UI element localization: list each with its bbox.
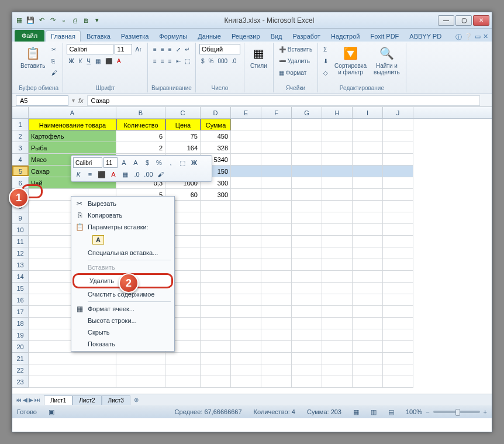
currency-icon[interactable]: $ <box>199 56 206 66</box>
tab-home[interactable]: Главная <box>46 30 81 42</box>
col-header-H[interactable]: H <box>322 107 353 118</box>
save-icon[interactable]: 💾 <box>26 16 35 25</box>
fx-icon[interactable]: fx <box>75 97 87 104</box>
tab-layout[interactable]: Разметка <box>116 31 154 42</box>
mini-currency-icon[interactable]: $ <box>142 157 153 168</box>
cells-insert-button[interactable]: ➕ Вставить <box>277 44 314 54</box>
col-header-C[interactable]: C <box>165 107 201 118</box>
autosum-icon[interactable]: Σ <box>322 44 330 54</box>
tab-insert[interactable]: Вставка <box>82 31 115 42</box>
orient-icon[interactable]: ⤢ <box>174 44 182 54</box>
row-header-1[interactable]: 1 <box>12 119 29 130</box>
font-name-select[interactable] <box>67 44 113 54</box>
qat-more-icon[interactable]: ▾ <box>92 16 102 25</box>
row-header-4[interactable]: 4 <box>12 154 29 166</box>
italic-button[interactable]: К <box>77 56 84 66</box>
zoom-in-icon[interactable]: + <box>484 408 487 415</box>
align-mid-icon[interactable]: ≡ <box>159 44 166 54</box>
align-center-icon[interactable]: ≡ <box>159 56 166 66</box>
mini-font-select[interactable] <box>73 157 102 168</box>
row-header-2[interactable]: 2 <box>12 130 29 142</box>
row-header-3[interactable]: 3 <box>12 142 29 154</box>
sheet-prev-icon[interactable]: ◀ <box>23 397 27 403</box>
minimize-button[interactable]: — <box>438 15 454 26</box>
row-header-23[interactable]: 23 <box>12 376 29 388</box>
mini-size-select[interactable] <box>103 157 118 168</box>
col-header-F[interactable]: F <box>261 107 292 118</box>
view-break-icon[interactable]: ▤ <box>388 408 394 416</box>
row-header-20[interactable]: 20 <box>12 341 29 353</box>
row-header-22[interactable]: 22 <box>12 364 29 376</box>
col-header-A[interactable]: A <box>29 107 116 118</box>
sheet-tab-2[interactable]: Лист2 <box>73 395 101 405</box>
row-header-11[interactable]: 11 <box>12 236 29 247</box>
ctx-pasteopt-values[interactable]: A <box>73 233 173 247</box>
align-right-icon[interactable]: ≡ <box>167 56 174 66</box>
font-size-select[interactable] <box>115 44 132 54</box>
tab-view[interactable]: Вид <box>266 31 287 42</box>
row-header-19[interactable]: 19 <box>12 329 29 341</box>
mini-border-icon[interactable]: ▦ <box>120 169 130 180</box>
mini-grow-icon[interactable]: A <box>119 157 129 168</box>
fill-down-icon[interactable]: ⬇ <box>322 56 330 66</box>
grow-font-icon[interactable]: A↑ <box>133 44 144 54</box>
ctx-insert[interactable]: Вставить <box>73 261 173 273</box>
ctx-cut[interactable]: ✂Вырезать <box>73 198 173 209</box>
tab-foxit[interactable]: Foxit PDF <box>365 31 403 42</box>
ctx-format[interactable]: ▦Формат ячеек... <box>73 303 173 315</box>
inc-dec-icon[interactable]: .0 <box>230 56 238 66</box>
macro-rec-icon[interactable]: ▣ <box>49 408 54 416</box>
mini-percent-icon[interactable]: % <box>154 157 164 168</box>
mini-painter-icon[interactable]: 🖌 <box>155 169 165 180</box>
paste-button[interactable]: 📋 Вставить <box>18 44 47 70</box>
ctx-pastespecial[interactable]: Специальная вставка... <box>73 247 173 259</box>
doc-close-icon[interactable]: ✕ <box>483 33 488 42</box>
tab-addins[interactable]: Надстрой <box>326 31 364 42</box>
find-select-button[interactable]: 🔍 Найти и выделить <box>371 44 402 77</box>
bold-button[interactable]: Ж <box>67 56 75 66</box>
percent-icon[interactable]: % <box>206 56 215 66</box>
col-header-E[interactable]: E <box>231 107 261 118</box>
align-bot-icon[interactable]: ≡ <box>167 44 174 54</box>
sheet-last-icon[interactable]: ⏭ <box>34 397 40 403</box>
row-header-21[interactable]: 21 <box>12 353 29 364</box>
col-header-D[interactable]: D <box>201 107 231 118</box>
mini-merge-icon[interactable]: ⬚ <box>177 157 188 168</box>
tab-developer[interactable]: Разработ <box>288 31 325 42</box>
row-header-17[interactable]: 17 <box>12 306 29 318</box>
row-header-5[interactable]: 5 <box>12 166 29 176</box>
zoom-slider[interactable] <box>433 411 480 413</box>
undo-icon[interactable]: ↶ <box>37 16 46 25</box>
row-header-14[interactable]: 14 <box>12 271 29 283</box>
row-header-6[interactable]: 6 <box>12 177 29 189</box>
fontcolor-button[interactable]: A <box>115 56 123 66</box>
tab-data[interactable]: Данные <box>193 31 226 42</box>
mini-fontcolor-icon[interactable]: A <box>108 169 119 180</box>
view-layout-icon[interactable]: ▥ <box>371 408 377 416</box>
sheet-tab-1[interactable]: Лист1 <box>44 395 73 405</box>
sheet-first-icon[interactable]: ⏮ <box>16 397 22 403</box>
view-normal-icon[interactable]: ▦ <box>353 408 359 416</box>
mini-italic-icon[interactable]: К <box>73 169 84 180</box>
cells-delete-button[interactable]: ➖ Удалить <box>277 56 314 66</box>
col-header-G[interactable]: G <box>292 107 322 118</box>
zoom-control[interactable]: 100% − + <box>406 408 487 415</box>
border-button[interactable]: ▦ <box>94 56 102 66</box>
fill-button[interactable]: ⬛ <box>103 56 114 66</box>
cells-format-button[interactable]: ▦ Формат <box>277 67 314 78</box>
col-header-I[interactable]: I <box>353 107 383 118</box>
cell[interactable]: Количество <box>116 119 165 130</box>
wrap-icon[interactable]: ↵ <box>183 44 191 54</box>
mini-decinc-icon[interactable]: .0 <box>132 169 142 180</box>
mini-fill-icon[interactable]: ⬛ <box>96 169 107 180</box>
clear-icon[interactable]: ◇ <box>322 67 330 78</box>
new-icon[interactable]: ▫ <box>59 16 68 25</box>
row-header-16[interactable]: 16 <box>12 294 29 306</box>
cell[interactable]: Наименование товара <box>29 119 116 130</box>
align-left-icon[interactable]: ≡ <box>151 56 158 66</box>
row-header-12[interactable]: 12 <box>12 247 29 259</box>
row-header-10[interactable]: 10 <box>12 224 29 236</box>
zoom-out-icon[interactable]: − <box>426 408 429 415</box>
mini-comma-icon[interactable]: , <box>165 157 176 168</box>
cell[interactable]: Цена <box>165 119 201 130</box>
